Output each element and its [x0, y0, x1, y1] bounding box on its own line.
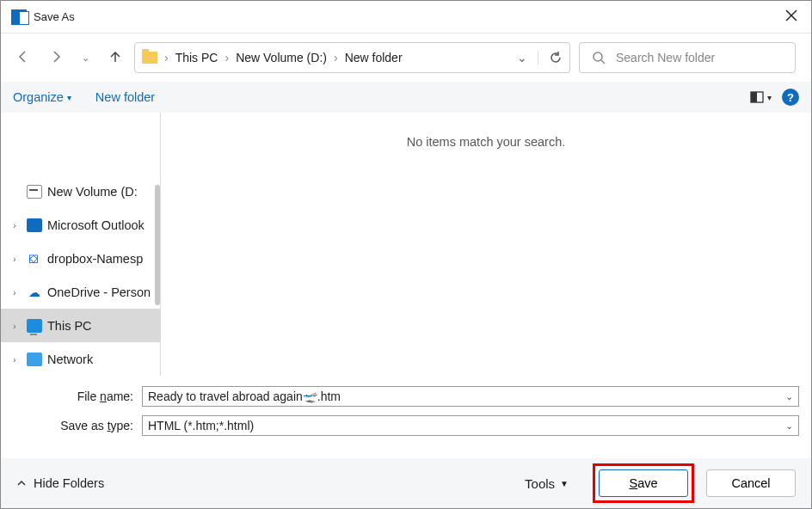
chevron-down-icon[interactable]: ⌄: [785, 420, 793, 432]
cancel-button[interactable]: Cancel: [706, 469, 796, 497]
chevron-right-icon: ›: [225, 51, 229, 64]
svg-rect-5: [751, 92, 757, 102]
pc-icon: [27, 319, 42, 333]
new-folder-button[interactable]: New folder: [95, 90, 155, 104]
tree-item-onedrive[interactable]: ›☁OneDrive - Person: [1, 275, 160, 309]
title-bar: Save As: [1, 1, 811, 34]
nav-row: ⌄ › This PC › New Volume (D:) › New fold…: [1, 34, 811, 82]
tools-menu[interactable]: Tools ▼: [525, 476, 569, 491]
view-mode-button[interactable]: ▾: [750, 91, 772, 103]
refresh-button[interactable]: [538, 51, 563, 64]
save-type-combo[interactable]: HTML (*.htm;*.html) ⌄: [142, 415, 799, 436]
expand-icon[interactable]: ›: [13, 321, 22, 331]
forward-button[interactable]: [49, 50, 63, 66]
breadcrumb-volume[interactable]: New Volume (D:): [236, 51, 327, 64]
tree-item-dropbox[interactable]: ›⛋dropbox-Namesp: [1, 242, 160, 275]
svg-line-3: [601, 60, 605, 64]
fields-area: File name: Ready to travel abroad again🛫…: [1, 376, 811, 450]
breadcrumb-this-pc[interactable]: This PC: [175, 51, 218, 64]
onedrive-icon: ☁: [27, 285, 42, 299]
back-button[interactable]: [16, 50, 30, 66]
folder-tree[interactable]: New Volume (D: ›Microsoft Outlook ›⛋drop…: [1, 113, 161, 376]
tree-item-drive[interactable]: New Volume (D:: [1, 175, 160, 208]
expand-icon[interactable]: ›: [13, 287, 22, 297]
search-box[interactable]: [579, 42, 796, 73]
up-button[interactable]: [108, 50, 122, 66]
drive-icon: [27, 185, 42, 199]
file-name-combo[interactable]: Ready to travel abroad again🛫.htm ⌄: [142, 386, 799, 407]
recent-dropdown[interactable]: ⌄: [82, 52, 89, 64]
file-list-area[interactable]: No items match your search.: [161, 113, 811, 376]
footer: Hide Folders Tools ▼ Save Cancel: [1, 458, 811, 508]
address-dropdown[interactable]: ⌄: [514, 47, 531, 68]
network-icon: [27, 353, 42, 366]
chevron-right-icon: ›: [334, 51, 338, 64]
outlook-app-icon: [11, 9, 27, 25]
close-button[interactable]: [782, 6, 801, 28]
tree-item-network[interactable]: ›Network: [1, 342, 160, 376]
save-type-label: Save as type:: [13, 419, 142, 432]
file-name-label: File name:: [13, 389, 142, 403]
expand-icon[interactable]: ›: [13, 220, 22, 230]
empty-message: No items match your search.: [407, 135, 566, 149]
save-highlight: Save: [593, 463, 694, 503]
expand-icon[interactable]: ›: [13, 254, 22, 264]
chevron-right-icon: ›: [164, 51, 169, 64]
file-name-value[interactable]: Ready to travel abroad again🛫.htm: [148, 389, 341, 403]
save-type-value[interactable]: HTML (*.htm;*.html): [148, 419, 254, 432]
outlook-icon: [27, 218, 42, 232]
toolbar: Organize ▾ New folder ▾ ?: [1, 82, 811, 113]
search-input[interactable]: [616, 51, 783, 64]
search-icon: [592, 51, 606, 64]
window-title: Save As: [34, 10, 75, 23]
tree-item-this-pc[interactable]: ›This PC: [1, 309, 160, 342]
tree-item-outlook[interactable]: ›Microsoft Outlook: [1, 208, 160, 242]
svg-point-2: [594, 52, 602, 61]
help-button[interactable]: ?: [782, 89, 799, 106]
folder-icon: [142, 52, 157, 64]
organize-menu[interactable]: Organize ▾: [13, 90, 71, 104]
hide-folders-button[interactable]: Hide Folders: [16, 476, 104, 490]
expand-icon[interactable]: ›: [13, 354, 22, 365]
breadcrumb-folder[interactable]: New folder: [345, 51, 403, 64]
chevron-down-icon[interactable]: ⌄: [785, 391, 793, 402]
save-button[interactable]: Save: [599, 469, 688, 497]
address-bar[interactable]: › This PC › New Volume (D:) › New folder…: [134, 42, 570, 73]
chevron-up-icon: [16, 478, 27, 488]
dropbox-icon: ⛋: [27, 252, 42, 266]
